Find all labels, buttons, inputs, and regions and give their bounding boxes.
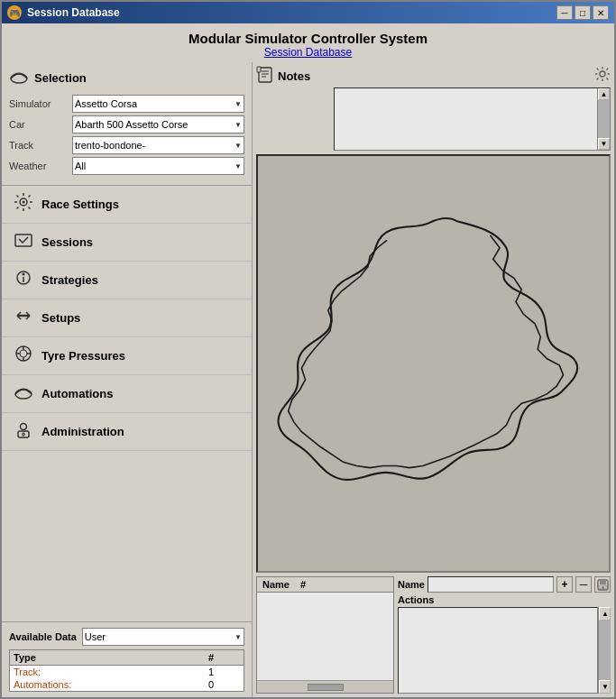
main-window: 🎮 Session Database ─ □ ✕ Modular Simulat…	[0, 0, 616, 699]
results-body	[398, 607, 598, 694]
app-icon: 🎮	[7, 5, 22, 20]
svg-line-8	[29, 207, 31, 209]
tyre-pressures-icon	[13, 344, 34, 368]
notes-textarea-container: ▲ ▼	[334, 87, 611, 151]
track-select[interactable]: trento-bondone-	[72, 136, 244, 154]
data-table-count-cell: 1	[205, 666, 244, 679]
track-map-svg	[258, 156, 609, 571]
gear-icon[interactable]	[594, 66, 611, 86]
weather-select[interactable]: All	[72, 157, 244, 175]
table-row: Track: 1	[10, 666, 244, 679]
svg-point-36	[600, 71, 605, 77]
results-scrollbar: ▲ ▼	[598, 607, 611, 694]
nav-item-race-settings[interactable]: Race Settings	[2, 186, 252, 224]
maximize-button[interactable]: □	[575, 5, 591, 20]
simulator-select[interactable]: Assetto Corsa	[72, 95, 244, 113]
save-button[interactable]	[594, 576, 611, 593]
window-title: Session Database	[27, 6, 120, 19]
results-scroll-down[interactable]: ▼	[599, 680, 611, 694]
svg-line-42	[606, 78, 608, 79]
available-data-label: Available Data	[9, 631, 77, 642]
svg-line-9	[29, 196, 31, 198]
right-panel: Notes	[253, 62, 614, 697]
notes-scroll-down[interactable]: ▼	[598, 138, 610, 150]
results-table: Name + ─ Actions	[398, 576, 611, 694]
data-table-type-cell: Automations:	[10, 678, 205, 692]
simulator-select-wrapper: Assetto Corsa	[72, 95, 244, 113]
svg-line-43	[606, 69, 608, 70]
svg-rect-35	[257, 67, 261, 72]
nav-race-settings-label: Race Settings	[41, 198, 119, 211]
app-subtitle[interactable]: Session Database	[5, 46, 611, 59]
notes-scroll-track	[598, 100, 610, 138]
car-select[interactable]: Abarth 500 Assetto Corse	[72, 115, 244, 133]
nav-administration-label: Administration	[41, 425, 124, 438]
car-label: Car	[9, 119, 72, 130]
notes-label: Notes	[278, 69, 310, 83]
notes-textarea[interactable]	[335, 88, 597, 150]
weather-label: Weather	[9, 161, 72, 171]
weather-row: Weather All	[9, 157, 244, 175]
session-count-header: #	[295, 577, 311, 592]
nav-item-sessions[interactable]: Sessions	[2, 224, 252, 262]
car-select-wrapper: Abarth 500 Assetto Corse	[72, 115, 244, 133]
results-scroll-track	[599, 621, 611, 680]
notes-icon	[256, 66, 274, 87]
svg-point-2	[23, 201, 25, 204]
add-button[interactable]: +	[556, 576, 573, 593]
notes-content: ▲ ▼	[334, 66, 611, 151]
footer-scroll-bar[interactable]	[308, 684, 344, 691]
results-scroll-up[interactable]: ▲	[599, 607, 611, 621]
available-data-select[interactable]: User	[82, 628, 244, 646]
title-bar-left: 🎮 Session Database	[7, 5, 120, 20]
sessions-icon	[13, 230, 34, 254]
nav-item-automations[interactable]: Automations	[2, 375, 252, 413]
svg-rect-49	[602, 586, 604, 589]
automations-icon	[13, 382, 34, 406]
notes-controls	[334, 66, 611, 86]
track-row: Track trento-bondone-	[9, 136, 244, 154]
track-select-wrapper: trento-bondone-	[72, 136, 244, 154]
nav-strategies-label: Strategies	[41, 273, 98, 287]
available-data-section: Available Data User Type #	[2, 621, 252, 697]
table-row: Automations: 0	[10, 678, 244, 692]
nav-sessions-label: Sessions	[41, 235, 93, 249]
nav-item-strategies[interactable]: Strategies	[2, 262, 252, 299]
svg-point-0	[11, 74, 27, 83]
close-button[interactable]: ✕	[593, 5, 609, 20]
nav-tyre-pressures-label: Tyre Pressures	[41, 349, 125, 363]
results-header: Name + ─	[398, 576, 611, 593]
notes-section: Notes	[256, 66, 611, 151]
data-table-type-cell: Track:	[10, 666, 205, 679]
remove-button[interactable]: ─	[575, 576, 592, 593]
administration-icon	[13, 419, 34, 444]
svg-rect-47	[600, 580, 606, 584]
simulator-label: Simulator	[9, 98, 72, 109]
results-body-container: ▲ ▼	[398, 607, 611, 694]
nav-setups-label: Setups	[41, 311, 80, 325]
nav-item-setups[interactable]: Setups	[2, 299, 252, 337]
data-table: Type # Track: 1 Automations: 0	[9, 649, 244, 692]
svg-point-26	[15, 390, 32, 399]
nav-automations-label: Automations	[41, 387, 113, 400]
session-table-footer	[257, 680, 393, 693]
data-table-count-header: #	[205, 650, 244, 666]
available-data-row: Available Data User	[9, 628, 244, 646]
svg-point-13	[23, 273, 25, 276]
results-name-input[interactable]	[428, 576, 554, 593]
svg-line-44	[597, 78, 599, 79]
results-name-label: Name	[398, 579, 425, 590]
notes-scroll-up[interactable]: ▲	[598, 88, 610, 100]
data-table-type-header: Type	[10, 650, 205, 666]
race-settings-icon	[13, 192, 34, 216]
session-table-body	[257, 593, 393, 680]
svg-line-7	[17, 196, 19, 198]
notes-scrollbar: ▲ ▼	[597, 88, 610, 150]
app-header: Modular Simulator Controller System Sess…	[2, 23, 614, 62]
track-label: Track	[9, 140, 72, 151]
svg-line-10	[17, 207, 19, 209]
nav-item-administration[interactable]: Administration	[2, 413, 252, 451]
minimize-button[interactable]: ─	[556, 5, 573, 20]
actions-label: Actions	[398, 594, 611, 605]
nav-item-tyre-pressures[interactable]: Tyre Pressures	[2, 337, 252, 375]
